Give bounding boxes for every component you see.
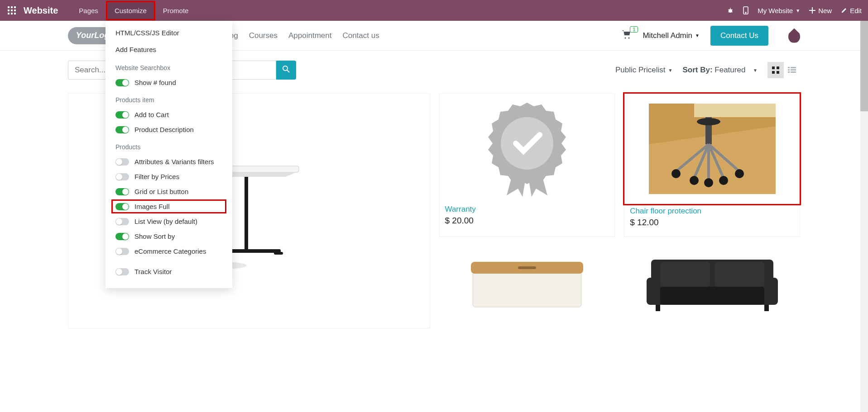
product-card-chairfloor[interactable]: Chair floor protection $ 12.00 <box>624 93 800 237</box>
svg-point-57 <box>704 178 713 187</box>
dd-toggle-add-to-cart[interactable]: Add to Cart <box>106 107 232 122</box>
svg-point-20 <box>628 38 630 39</box>
dd-label: Show # found <box>134 79 176 86</box>
new-button[interactable]: New <box>809 7 832 14</box>
nav-link-courses[interactable]: Courses <box>249 31 278 40</box>
theme-drop-icon[interactable] <box>788 28 800 43</box>
my-website-dropdown[interactable]: My Website▼ <box>758 7 800 14</box>
warranty-badge-svg <box>482 98 572 198</box>
dd-label: List View (by default) <box>134 218 197 225</box>
scrollbar-thumb[interactable] <box>860 21 868 111</box>
top-item-pages[interactable]: Pages <box>71 1 106 20</box>
dd-toggle-list-view[interactable]: List View (by default) <box>106 214 232 229</box>
svg-line-13 <box>728 12 729 12</box>
nav-link-contact[interactable]: Contact us <box>342 31 379 40</box>
dd-label: Filter by Prices <box>134 173 179 180</box>
svg-rect-24 <box>777 66 779 69</box>
mobile-icon[interactable] <box>743 6 748 14</box>
dd-section-products-item: Products item <box>106 90 232 107</box>
svg-rect-36 <box>245 177 248 249</box>
dd-toggle-show-found[interactable]: Show # found <box>106 75 232 90</box>
svg-rect-29 <box>788 69 790 71</box>
product-card-warranty[interactable]: Warranty $ 20.00 <box>439 93 615 237</box>
svg-rect-45 <box>694 104 776 117</box>
dd-toggle-images-full[interactable]: Images Full <box>112 200 226 213</box>
svg-point-53 <box>671 169 681 178</box>
product-name[interactable]: Warranty <box>440 202 615 215</box>
dd-label: Product Description <box>134 126 194 133</box>
svg-rect-68 <box>764 305 769 311</box>
search-button[interactable] <box>276 61 296 80</box>
svg-rect-64 <box>660 287 764 305</box>
svg-point-9 <box>729 9 732 13</box>
dd-add-features[interactable]: Add Features <box>106 41 232 58</box>
scrollbar[interactable] <box>860 21 868 338</box>
top-right: My Website▼ New Edit <box>727 6 862 14</box>
top-item-promote[interactable]: Promote <box>155 1 197 20</box>
product-name[interactable]: Chair floor protection <box>624 204 800 217</box>
pricelist-label: Public Pricelist <box>615 66 666 75</box>
top-item-customize[interactable]: Customize <box>106 1 155 20</box>
dd-toggle-ecom-cat[interactable]: eCommerce Categories <box>106 244 232 259</box>
toggle-on-icon <box>115 126 129 133</box>
dd-toggle-show-sort[interactable]: Show Sort by <box>106 229 232 244</box>
svg-point-21 <box>283 66 288 71</box>
svg-rect-0 <box>8 6 10 8</box>
list-view-button[interactable] <box>784 62 800 78</box>
svg-rect-26 <box>777 71 779 74</box>
bug-icon[interactable] <box>727 7 734 14</box>
dd-label: Grid or List button <box>134 188 188 195</box>
grid-view-button[interactable] <box>767 62 784 78</box>
view-switch <box>767 62 800 78</box>
user-menu[interactable]: Mitchell Admin▼ <box>643 31 700 40</box>
svg-rect-66 <box>715 262 764 287</box>
caret-down-icon: ▼ <box>668 68 673 73</box>
svg-point-16 <box>745 12 746 13</box>
pricelist-dropdown[interactable]: Public Pricelist▼ <box>615 66 672 75</box>
svg-line-12 <box>732 9 733 10</box>
svg-rect-32 <box>791 71 796 73</box>
svg-point-56 <box>719 176 728 185</box>
sofa-image-svg <box>647 251 778 314</box>
svg-point-54 <box>735 169 744 178</box>
svg-rect-8 <box>14 13 16 14</box>
product-card-box[interactable] <box>439 246 615 327</box>
toggle-off-icon <box>115 173 129 180</box>
cart-icon[interactable]: 1 <box>622 30 632 41</box>
toggle-on-icon <box>115 79 129 86</box>
customize-dropdown: HTML/CSS/JS Editor Add Features Website … <box>106 21 232 288</box>
contact-us-button[interactable]: Contact Us <box>710 26 768 46</box>
brand-name[interactable]: Website <box>24 5 58 16</box>
dd-html-editor[interactable]: HTML/CSS/JS Editor <box>106 24 232 41</box>
sortby-dropdown[interactable]: Featured ▼ <box>715 66 758 75</box>
product-image <box>439 246 615 318</box>
edit-button[interactable]: Edit <box>841 7 862 14</box>
caret-down-icon: ▼ <box>695 33 700 38</box>
product-subrow-2 <box>439 246 801 327</box>
dd-label: Show Sort by <box>134 232 175 240</box>
svg-rect-60 <box>518 266 536 269</box>
dd-toggle-filter-prices[interactable]: Filter by Prices <box>106 169 232 184</box>
svg-line-11 <box>728 9 729 10</box>
toggle-off-icon <box>115 268 129 275</box>
svg-rect-65 <box>660 262 710 287</box>
dd-label: Attributes & Variants filters <box>134 158 214 166</box>
svg-rect-4 <box>11 9 13 11</box>
product-price: $ 20.00 <box>440 215 615 227</box>
svg-point-42 <box>501 117 553 170</box>
dd-label: Track Visitor <box>134 268 172 275</box>
chair-image-svg <box>649 104 776 194</box>
dd-toggle-product-desc[interactable]: Product Description <box>106 122 232 137</box>
nav-link-appointment[interactable]: Appointment <box>288 31 331 40</box>
dd-toggle-attr-filters[interactable]: Attributes & Variants filters <box>106 154 232 169</box>
apps-icon[interactable] <box>6 5 17 16</box>
user-name: Mitchell Admin <box>643 31 692 40</box>
svg-rect-39 <box>274 252 283 255</box>
product-card-sofa[interactable] <box>624 246 800 327</box>
toggle-on-icon <box>115 233 129 240</box>
product-price: $ 12.00 <box>624 217 800 228</box>
top-left: Website Pages Customize Promote <box>6 1 197 20</box>
dd-toggle-grid-list[interactable]: Grid or List button <box>106 184 232 199</box>
dd-toggle-track-visitor[interactable]: Track Visitor <box>106 264 232 279</box>
sortby-value: Featured <box>715 66 745 75</box>
